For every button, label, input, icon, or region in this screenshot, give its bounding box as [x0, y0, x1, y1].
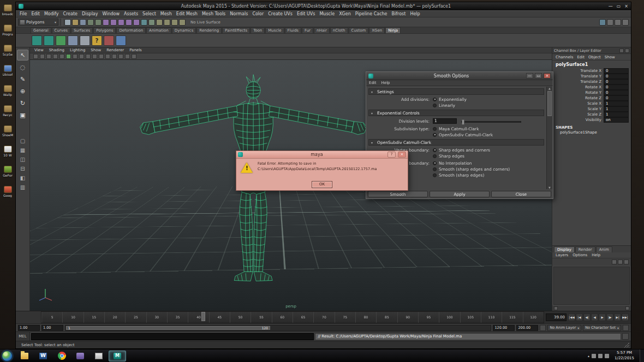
- channel-box-menu-item[interactable]: Channels: [556, 55, 573, 59]
- shelf-tab[interactable]: Deformation: [116, 27, 146, 33]
- menu-item[interactable]: Help: [408, 11, 422, 16]
- desktop-icon[interactable]: Progra: [1, 25, 15, 36]
- shelf-icon-2[interactable]: [44, 35, 54, 46]
- shelf-tab[interactable]: Rendering: [196, 27, 222, 33]
- desktop-icon[interactable]: GeFor: [1, 166, 15, 177]
- show-hidden-icons-button[interactable]: ▴: [588, 354, 589, 358]
- shelf-icon-4[interactable]: [68, 35, 78, 46]
- grid-toggle-icon[interactable]: [66, 54, 71, 59]
- snap-curve-icon[interactable]: [110, 19, 117, 26]
- xray-mode-icon[interactable]: [125, 54, 130, 59]
- play-forwards-button[interactable]: ▶: [599, 313, 606, 321]
- channel-name[interactable]: Translate Y: [552, 74, 604, 79]
- two-pane-side-layout[interactable]: ◫: [17, 155, 28, 164]
- shelf-icon-8[interactable]: [116, 35, 126, 46]
- menu-item[interactable]: Assets: [122, 11, 140, 16]
- menu-item[interactable]: Edit: [29, 11, 42, 16]
- scale-tool[interactable]: ▣: [17, 110, 28, 120]
- shelf-tab[interactable]: XGen: [369, 27, 385, 33]
- menu-item[interactable]: Edit Mesh: [174, 11, 200, 16]
- channel-name[interactable]: Rotate Y: [552, 90, 604, 95]
- division-levels-slider[interactable]: [461, 121, 521, 123]
- go-to-end-button[interactable]: ▶▶|: [622, 313, 629, 321]
- maya-taskbar-icon[interactable]: M: [109, 351, 126, 361]
- titlebar[interactable]: Autodesk Maya 2015 - Student Version: C:…: [16, 2, 631, 10]
- radio-option[interactable]: No Interpolation: [433, 160, 510, 166]
- open-scene-icon[interactable]: [72, 19, 79, 26]
- animation-end-field[interactable]: 200.00: [516, 325, 538, 331]
- channel-value-field[interactable]: 1: [604, 101, 629, 106]
- new-scene-icon[interactable]: [64, 19, 71, 26]
- menu-item[interactable]: Window: [100, 11, 122, 16]
- desktop-icon[interactable]: Recyc: [1, 105, 15, 117]
- move-layer-up-icon[interactable]: [624, 260, 629, 264]
- channel-name[interactable]: Scale Z: [552, 112, 604, 117]
- camera-attributes-icon[interactable]: [33, 54, 38, 59]
- film-gate-icon[interactable]: [73, 54, 77, 59]
- shelf-tab[interactable]: Surfaces: [71, 27, 93, 33]
- bookmark-icon[interactable]: [40, 54, 45, 59]
- 2d-pan-zoom-icon[interactable]: [53, 54, 58, 59]
- shelf-icon-3[interactable]: [56, 35, 66, 46]
- menu-item[interactable]: Pipeline Cache: [353, 11, 390, 16]
- layer-editor-tab[interactable]: Render: [575, 246, 595, 252]
- selected-object-name[interactable]: polySurface1: [552, 61, 631, 68]
- channel-box-close-icon[interactable]: [625, 49, 629, 53]
- menu-item[interactable]: Select: [140, 11, 158, 16]
- attribute-editor-icon[interactable]: [615, 19, 621, 26]
- close-button[interactable]: Close: [491, 191, 551, 197]
- command-language-toggle[interactable]: MEL: [16, 332, 30, 341]
- wireframe-mode-icon[interactable]: [99, 54, 104, 59]
- channel-box-menu-item[interactable]: Edit: [577, 55, 585, 59]
- redo-icon[interactable]: [95, 19, 102, 26]
- panel-menu-item[interactable]: Show: [91, 48, 101, 52]
- apply-button[interactable]: Apply: [430, 191, 490, 197]
- go-to-start-button[interactable]: |◀◀: [568, 313, 575, 321]
- menu-item[interactable]: Display: [80, 11, 100, 16]
- grease-pencil-icon[interactable]: [59, 54, 64, 59]
- scrollbar-thumb[interactable]: [547, 91, 552, 116]
- smooth-button[interactable]: Smooth: [368, 191, 428, 197]
- channel-name[interactable]: Visibility: [552, 118, 604, 122]
- close-button[interactable]: ×: [624, 4, 628, 9]
- desktop-icon[interactable]: Wallp: [1, 85, 15, 96]
- playback-end-field[interactable]: 120.00: [493, 325, 515, 331]
- step-forward-key-button[interactable]: |▶: [606, 313, 613, 321]
- lighting-mode-icon[interactable]: [118, 54, 123, 59]
- shelf-icon-5[interactable]: [80, 35, 90, 46]
- layer-editor-tab[interactable]: Display: [554, 246, 575, 252]
- snap-projected-icon[interactable]: [126, 19, 132, 26]
- action-center-icon[interactable]: [592, 354, 596, 358]
- new-layer-icon[interactable]: [612, 260, 617, 264]
- channel-value-field[interactable]: on: [604, 117, 629, 123]
- show-desktop-button[interactable]: [640, 349, 644, 362]
- desktop-icon[interactable]: ShoeM: [1, 125, 15, 137]
- menu-item[interactable]: Modify: [42, 11, 61, 16]
- two-pane-stacked-layout[interactable]: ⊟: [17, 165, 28, 173]
- channel-value-field[interactable]: 0: [604, 74, 629, 79]
- layer-editor-menu-item[interactable]: Help: [592, 253, 600, 257]
- dialog-menu-item[interactable]: Help: [381, 81, 390, 85]
- shelf-tab[interactable]: Curves: [52, 27, 70, 33]
- channel-name[interactable]: Translate Z: [552, 80, 604, 84]
- start-button[interactable]: [2, 351, 13, 361]
- file-explorer-icon[interactable]: [16, 351, 33, 361]
- time-slider-track[interactable]: 5101520253035404550556065707580859095100…: [41, 311, 544, 323]
- help-shelf-icon[interactable]: ?: [92, 35, 102, 46]
- radio-option[interactable]: OpenSubdiv Catmull-Clark: [433, 132, 493, 137]
- menu-item[interactable]: Color: [250, 11, 266, 16]
- ipr-render-icon[interactable]: [171, 19, 178, 26]
- character-set-dropdown[interactable]: No Character Set ▾: [583, 325, 621, 331]
- select-tool[interactable]: ↖: [17, 50, 28, 61]
- script-editor-icon[interactable]: [622, 333, 629, 340]
- shelf-icon-1[interactable]: [32, 35, 42, 46]
- safe-action-icon[interactable]: [92, 54, 97, 59]
- image-plane-icon[interactable]: [46, 54, 51, 59]
- shelf-tab[interactable]: nCloth: [330, 27, 348, 33]
- help-button[interactable]: ?: [387, 152, 396, 158]
- shelf-tab[interactable]: Muscle: [265, 27, 284, 33]
- isolate-select-icon[interactable]: [132, 54, 136, 59]
- shelf-tab[interactable]: nHair: [314, 27, 330, 33]
- resolution-gate-icon[interactable]: [79, 54, 84, 59]
- shaded-mode-icon[interactable]: [105, 54, 110, 59]
